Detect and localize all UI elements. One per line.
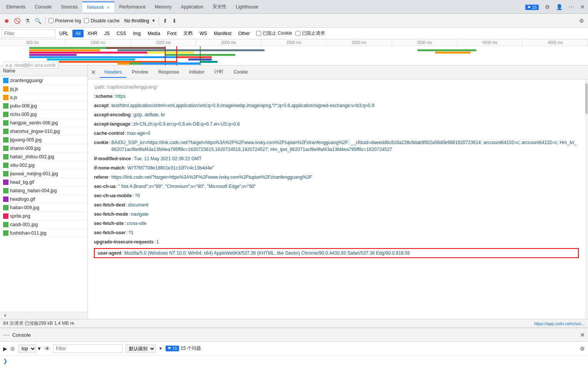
close-button[interactable]: ✕ bbox=[579, 3, 586, 11]
import-har-button[interactable]: ⬆ bbox=[162, 17, 168, 25]
img-icon bbox=[3, 230, 8, 236]
filter-xhr-btn[interactable]: XHR bbox=[84, 30, 100, 37]
profile-button[interactable]: 👤 bbox=[554, 3, 564, 11]
detail-scrollbar[interactable] bbox=[585, 79, 588, 319]
tab-timing[interactable]: 计时 bbox=[209, 66, 228, 78]
list-item[interactable]: haitan-009.jpg bbox=[0, 203, 87, 212]
list-item[interactable]: headlogo.gif bbox=[0, 195, 87, 203]
header-row-if-none-match: if-none-match : W/"f7fd7708e18801e31c10f… bbox=[94, 163, 579, 173]
list-item[interactable]: haitan_shitou-002.jpg bbox=[0, 153, 87, 161]
network-toolbar: ⏺ 🚫 ⚗ 🔍 Preserve log Disable cache No th… bbox=[0, 14, 588, 28]
list-item[interactable]: richu-005.jpg bbox=[0, 110, 87, 119]
tab-headers[interactable]: Headers bbox=[100, 67, 126, 78]
detail-close-button[interactable]: ✕ bbox=[91, 69, 96, 76]
tab-sources[interactable]: Sources bbox=[56, 2, 82, 12]
tab-response[interactable]: Response bbox=[154, 67, 184, 78]
list-item[interactable]: jiguang-005.jpg bbox=[0, 136, 87, 144]
play-icon[interactable]: ▶ bbox=[3, 346, 7, 352]
filter-img-btn[interactable]: Img bbox=[130, 30, 144, 37]
list-item[interactable]: a.js bbox=[0, 93, 87, 102]
disable-cache-input[interactable] bbox=[84, 18, 89, 23]
tab-network-close[interactable]: ✕ bbox=[107, 5, 110, 10]
filter-url-btn[interactable]: URL bbox=[56, 30, 72, 37]
console-dots[interactable]: ⋯ bbox=[3, 331, 9, 339]
tab-application[interactable]: Application bbox=[176, 2, 208, 12]
tab-lighthouse[interactable]: Lighthouse bbox=[231, 2, 263, 12]
tick-0: 500 ms bbox=[0, 39, 65, 46]
list-item[interactable]: head_bg.gif bbox=[0, 178, 87, 186]
list-item[interactable]: ziranfengguang/ bbox=[0, 76, 87, 85]
issues-count-badge[interactable]: ⚑ 15 bbox=[166, 346, 179, 351]
more-button[interactable]: ⋯ bbox=[567, 3, 576, 11]
detail-content[interactable]: :path: /caption/ziranfengguang/ :scheme … bbox=[88, 79, 585, 319]
list-item[interactable]: hailang_haitan-004.jpg bbox=[0, 186, 87, 195]
network-settings-button[interactable]: ⚙ bbox=[578, 17, 585, 25]
filter-input[interactable] bbox=[2, 29, 55, 38]
filter-all-btn[interactable]: All bbox=[72, 30, 84, 37]
clear-button[interactable]: 🚫 bbox=[13, 17, 21, 25]
tick-7: 4000 ms bbox=[457, 39, 523, 46]
tick-6: 3500 ms bbox=[392, 39, 457, 46]
list-item[interactable]: pubu-008.jpg bbox=[0, 102, 87, 110]
tab-network[interactable]: Network ✕ bbox=[82, 2, 114, 12]
export-har-button[interactable]: ⬇ bbox=[171, 17, 178, 25]
filter-css-btn[interactable]: CSS bbox=[114, 30, 129, 37]
console-settings-icon[interactable]: ⚙ bbox=[580, 346, 585, 352]
list-item[interactable]: shamo-009.jpg bbox=[0, 144, 87, 153]
list-item[interactable]: caodi-001.jpg bbox=[0, 220, 87, 229]
tab-preview[interactable]: Preview bbox=[127, 67, 153, 78]
console-filter-input[interactable] bbox=[53, 344, 122, 353]
console-close-button[interactable]: ✕ bbox=[580, 331, 585, 339]
img-icon bbox=[3, 171, 8, 176]
timeline-area: 500 ms 1000 ms 1500 ms 2000 ms 2500 ms 3… bbox=[0, 39, 588, 65]
filter-js-btn[interactable]: JS bbox=[101, 30, 113, 37]
list-item[interactable]: jiaowai_meijing-001.jpg bbox=[0, 170, 87, 178]
tab-initiator[interactable]: Initiator bbox=[184, 67, 209, 78]
filter-font-btn[interactable]: Font bbox=[164, 30, 179, 37]
tab-elements[interactable]: Elements bbox=[2, 2, 30, 12]
stop-icon[interactable]: ⊘ bbox=[10, 346, 15, 352]
filter-toggle-button[interactable]: ⚗ bbox=[24, 17, 31, 25]
blocked-cookies-input[interactable] bbox=[256, 31, 261, 36]
disable-cache-checkbox[interactable]: Disable cache bbox=[84, 18, 119, 24]
eye-icon[interactable]: 👁 bbox=[45, 346, 50, 352]
tab-performance[interactable]: Performance bbox=[114, 2, 150, 12]
tab-security[interactable]: 安全性 bbox=[208, 1, 231, 12]
img-icon bbox=[3, 154, 8, 159]
detail-tabs: ✕ Headers Preview Response Initiator 计时 … bbox=[88, 65, 588, 79]
filter-doc-btn[interactable]: 文档 bbox=[180, 29, 196, 38]
search-button[interactable]: 🔍 bbox=[34, 17, 42, 25]
settings-button[interactable]: ⚙ bbox=[543, 3, 551, 11]
blocked-requests-checkbox[interactable]: 已阻止请求 bbox=[295, 30, 325, 37]
issues-button[interactable]: ⚑ 15 bbox=[524, 3, 540, 11]
preserve-log-checkbox[interactable]: Preserve log bbox=[49, 18, 81, 24]
file-list-scroll[interactable]: ziranfengguang/ jq.js a.js pubu-008.jpg … bbox=[0, 76, 87, 312]
tab-memory[interactable]: Memory bbox=[150, 2, 176, 12]
record-button[interactable]: ⏺ bbox=[3, 17, 10, 25]
filter-media-btn[interactable]: Media bbox=[144, 30, 163, 37]
preserve-log-input[interactable] bbox=[49, 18, 54, 23]
scroll-indicator: ▼ bbox=[0, 312, 87, 319]
header-row-sec-ch-ua: sec-ch-ua : " Not A;Brand";v="99", "Chro… bbox=[94, 182, 579, 191]
blocked-cookies-checkbox[interactable]: 已阻止 Cookie bbox=[256, 30, 292, 37]
filter-manifest-btn[interactable]: Manifest bbox=[211, 30, 234, 37]
console-context-select[interactable]: top bbox=[18, 344, 36, 353]
tab-console[interactable]: Console bbox=[30, 2, 56, 12]
list-item[interactable]: xiliu-002.jpg bbox=[0, 161, 87, 170]
filter-ws-btn[interactable]: WS bbox=[196, 30, 210, 37]
detail-scroll-thumb[interactable] bbox=[585, 83, 588, 114]
console-level-select[interactable]: 默认级别 bbox=[126, 344, 156, 353]
throttle-select[interactable]: No throttling bbox=[123, 17, 151, 24]
blocked-requests-input[interactable] bbox=[295, 31, 300, 36]
filter-other-btn[interactable]: Other bbox=[235, 30, 253, 37]
list-item[interactable]: hangpai_senlin-006.jpg bbox=[0, 119, 87, 127]
list-item[interactable]: shanshui_jingse-010.jpg bbox=[0, 127, 87, 136]
list-item[interactable]: fushishan-011.jpg bbox=[0, 229, 87, 237]
top-select-wrapper[interactable]: top ▼ bbox=[18, 344, 42, 353]
js-icon bbox=[3, 95, 8, 100]
list-item[interactable]: sprite.png bbox=[0, 212, 87, 220]
tab-cookie[interactable]: Cookie bbox=[229, 67, 252, 78]
throttle-wrapper[interactable]: No throttling ▼ bbox=[123, 17, 156, 24]
img-icon bbox=[3, 103, 8, 109]
list-item[interactable]: jq.js bbox=[0, 85, 87, 93]
